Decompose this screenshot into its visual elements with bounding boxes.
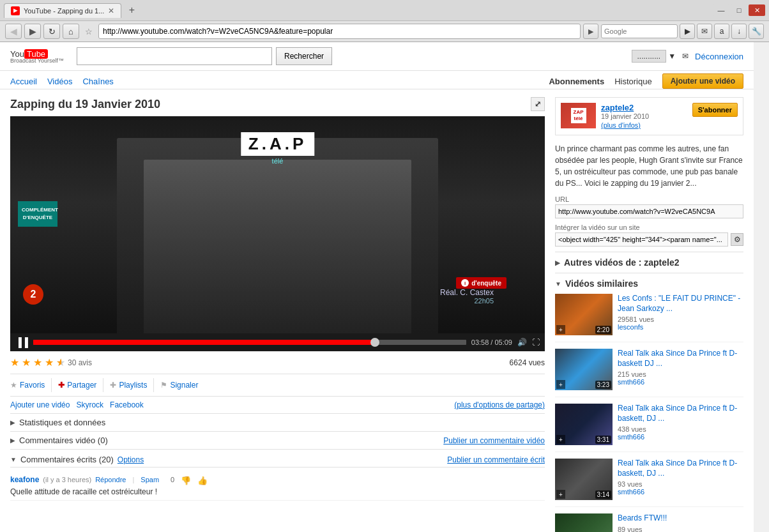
signaler-button[interactable]: ⚑ Signaler xyxy=(154,378,204,392)
similar-title-3[interactable]: Real Talk aka Since Da Prince ft D-baske… xyxy=(618,404,743,423)
video-title-text: Zapping du 19 Janvier 2010 xyxy=(10,98,160,111)
window-minimize-button[interactable]: — xyxy=(713,4,729,16)
embed-input[interactable] xyxy=(555,232,728,247)
youtube-logo[interactable]: YouTube Broadcast Yourself™ xyxy=(10,49,64,64)
facebook-link[interactable]: Facebook xyxy=(110,400,144,409)
similar-channel-1[interactable]: lesconfs xyxy=(618,323,743,331)
favoris-button[interactable]: ★ Favoris xyxy=(10,378,52,392)
mail-icon[interactable]: ✉ xyxy=(682,52,689,61)
similar-thumb-4[interactable]: + 3:14 xyxy=(555,459,613,500)
similar-title-5[interactable]: Beards FTW!!! xyxy=(618,513,743,524)
nav-abonnements[interactable]: Abonnements xyxy=(549,77,604,86)
go-button[interactable]: ▶ xyxy=(583,24,598,39)
channel-more-link[interactable]: (plus d'infos) xyxy=(601,121,641,129)
progress-handle[interactable] xyxy=(370,338,379,347)
search-input[interactable] xyxy=(77,47,272,65)
nav-chaines[interactable]: Chaînes xyxy=(82,74,113,89)
comment-text: Quelle attitude de racaille cet ostréicu… xyxy=(10,487,545,496)
url-label: URL xyxy=(555,195,743,203)
comments-title-collapsible[interactable]: ▼ Commentaires écrits (20) Options xyxy=(10,455,144,464)
thumbs-down-icon[interactable]: 👎 xyxy=(181,476,191,485)
refresh-button[interactable]: ↻ xyxy=(43,24,60,39)
comments-written-label: Commentaires écrits (20) xyxy=(20,455,114,464)
thumb-add-icon-4[interactable]: + xyxy=(556,490,565,499)
window-close-button[interactable]: ✕ xyxy=(749,4,765,16)
video-comments-caret-icon: ▶ xyxy=(10,437,15,444)
url-input[interactable] xyxy=(555,204,743,218)
forward-button[interactable]: ▶ xyxy=(24,24,41,39)
thumbs-up-icon[interactable]: 👍 xyxy=(197,476,208,485)
logout-link[interactable]: Déconnexion xyxy=(695,49,743,64)
mail-icon[interactable]: ✉ xyxy=(697,24,712,39)
fullscreen-button[interactable]: ⛶ xyxy=(532,338,540,347)
skyrock-link[interactable]: Skyrock xyxy=(76,400,103,409)
search-button[interactable]: Rechercher xyxy=(276,47,332,65)
home-button[interactable]: ⌂ xyxy=(63,24,79,39)
publish-video-comment-link[interactable]: Publier un commentaire vidéo xyxy=(443,436,545,445)
video-player[interactable]: Z.A.P télé COMPLÉMENT D'ENQUÊTE i xyxy=(10,116,545,351)
comments-options-link[interactable]: Options xyxy=(118,455,144,464)
embed-settings-button[interactable]: ⚙ xyxy=(731,233,743,246)
thumb-duration-4: 3:14 xyxy=(595,490,611,499)
stats-collapsible[interactable]: ▶ Statistiques et données xyxy=(10,414,545,432)
address-bar[interactable] xyxy=(98,24,581,39)
subscribe-button[interactable]: S'abonner xyxy=(692,103,738,117)
other-videos-header[interactable]: ▶ Autres vidéos de : zaptele2 xyxy=(555,257,743,268)
nav-historique[interactable]: Historique xyxy=(614,77,652,86)
user-dropdown[interactable]: ........... ▼ xyxy=(632,50,676,63)
similar-thumb-3[interactable]: + 3:31 xyxy=(555,404,613,445)
comment-author-link[interactable]: keafone xyxy=(10,475,39,484)
youtube-header: YouTube Broadcast Yourself™ Rechercher .… xyxy=(0,42,754,71)
channel-name-link[interactable]: zaptele2 xyxy=(601,103,634,112)
playlists-button[interactable]: ✚ Playlists xyxy=(103,378,154,392)
nav-videos[interactable]: Vidéos xyxy=(47,74,73,89)
thumb-add-icon[interactable]: + xyxy=(556,325,565,334)
star-2: ★ xyxy=(22,356,31,369)
volume-icon[interactable]: 🔊 xyxy=(517,338,527,347)
video-controls-bar: ▐▐ 03:58 / 05:09 🔊 ⛶ xyxy=(10,333,545,351)
reply-link[interactable]: Répondre xyxy=(95,476,126,485)
nav-accueil[interactable]: Accueil xyxy=(10,74,37,89)
similar-views-1: 29581 vues xyxy=(618,315,743,323)
similar-title-1[interactable]: Les Confs : "LE FAIT DU PRINCE" - Jean S… xyxy=(618,294,743,314)
similar-channel-2[interactable]: smth666 xyxy=(618,378,743,386)
tools-icon[interactable]: 🔧 xyxy=(749,24,764,39)
new-tab-button[interactable]: + xyxy=(124,3,139,18)
back-button[interactable]: ◀ xyxy=(5,24,22,39)
thumb-add-icon-2[interactable]: + xyxy=(556,380,565,389)
similar-views-3: 438 vues xyxy=(618,425,743,433)
similar-thumb-1[interactable]: + 2:20 xyxy=(555,294,613,335)
browser-chrome: ▶ YouTube - Zapping du 1... ✕ + — □ ✕ ◀ … xyxy=(0,0,769,42)
similar-thumb-5[interactable]: + 3:29 xyxy=(555,513,613,532)
add-video-button[interactable]: Ajouter une vidéo xyxy=(662,73,743,89)
similar-thumb-2[interactable]: + 3:23 xyxy=(555,349,613,390)
divider-2 xyxy=(555,273,743,273)
similar-channel-3[interactable]: smth666 xyxy=(618,433,743,441)
similar-channel-4[interactable]: smth666 xyxy=(618,488,743,496)
partager-button[interactable]: ✚ Partager xyxy=(52,378,103,392)
video-comments-row: ▶ Commentaires vidéo (0) Publier un comm… xyxy=(10,432,545,450)
download-icon[interactable]: ↓ xyxy=(731,24,747,39)
window-maximize-button[interactable]: □ xyxy=(731,4,747,16)
expand-button[interactable]: ⤢ xyxy=(531,97,545,111)
similar-videos-header[interactable]: ▼ Vidéos similaires xyxy=(555,278,743,289)
publish-written-comment-link[interactable]: Publier un commentaire écrit xyxy=(447,455,545,464)
add-video-link[interactable]: Ajouter une vidéo xyxy=(10,400,70,409)
google-search-input[interactable] xyxy=(601,24,678,38)
similar-info-4: Real Talk aka Since Da Prince ft D-baske… xyxy=(618,459,743,500)
browser-tab[interactable]: ▶ YouTube - Zapping du 1... ✕ xyxy=(4,3,121,18)
media-player-icon[interactable]: ▶ xyxy=(680,24,695,39)
bookmark-icon[interactable]: a xyxy=(714,24,729,39)
more-share-options[interactable]: (plus d'options de partage) xyxy=(454,400,545,409)
tab-close-icon[interactable]: ✕ xyxy=(108,6,114,15)
play-pause-button[interactable]: ▐▐ xyxy=(15,337,28,347)
left-column: Zapping du 19 Janvier 2010 ⤢ Z.A.P xyxy=(10,97,545,532)
similar-title-2[interactable]: Real Talk aka Since Da Prince ft D-baske… xyxy=(618,349,743,369)
similar-title-4[interactable]: Real Talk aka Since Da Prince ft D-baske… xyxy=(618,459,743,478)
vote-count: 0 xyxy=(171,476,174,485)
video-comments-collapsible[interactable]: ▶ Commentaires vidéo (0) xyxy=(10,436,108,445)
progress-bar[interactable] xyxy=(33,340,466,345)
spam-link[interactable]: Spam xyxy=(141,476,159,485)
bookmark-star-icon[interactable]: ☆ xyxy=(82,24,96,38)
thumb-add-icon-3[interactable]: + xyxy=(556,435,565,444)
